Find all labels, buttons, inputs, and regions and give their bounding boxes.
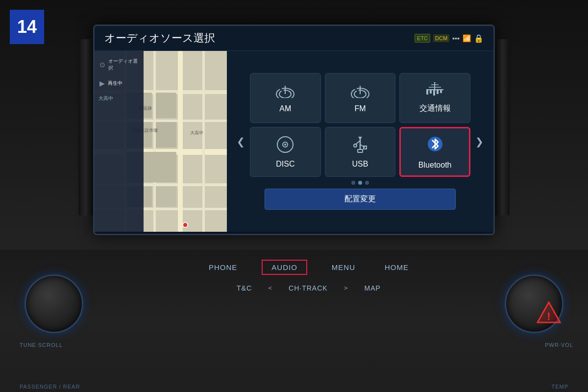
screen-content: 根笹跡 大高公設市場 大高中 ⊙ オーディオ選択 ▶ 再生中 大高中: [95, 51, 493, 232]
place-name: 大高中: [98, 95, 140, 102]
am-label: AM: [279, 104, 291, 113]
rearrange-button[interactable]: 配置変更: [265, 189, 456, 210]
physical-buttons-row: PHONE AUDIO MENU HOME: [29, 250, 588, 280]
next-track-button[interactable]: ＞: [343, 284, 350, 293]
phone-button[interactable]: PHONE: [204, 261, 242, 274]
source-btn-bluetooth[interactable]: Bluetooth: [399, 127, 470, 177]
sidebar-audio-select[interactable]: ⊙ オーディオ選択: [98, 56, 140, 74]
dot-2: [358, 181, 362, 185]
usb-label: USB: [352, 160, 368, 169]
status-icons: ETC DCM ▪▪▪ 📶 🔒: [415, 34, 484, 43]
svg-rect-13: [156, 122, 176, 147]
sidebar-playing: ▶ 再生中: [98, 77, 140, 89]
svg-text:!: !: [547, 310, 550, 322]
svg-point-43: [354, 144, 357, 147]
svg-point-17: [183, 222, 188, 227]
svg-rect-33: [430, 90, 432, 94]
signal-bars: 📶: [463, 34, 471, 42]
passenger-rear-label: PASSENGER / REAR: [20, 384, 80, 390]
traffic-label: 交通情報: [419, 103, 451, 114]
step-number: 14: [17, 17, 37, 37]
bottom-row-labels: PASSENGER / REAR TEMP: [0, 381, 588, 392]
pagination: [250, 181, 470, 185]
source-btn-disc[interactable]: DISC: [250, 127, 321, 177]
svg-rect-16: [156, 186, 176, 207]
source-btn-usb[interactable]: USB: [325, 127, 396, 177]
disc-label: DISC: [276, 160, 294, 169]
traffic-icon: [424, 82, 446, 100]
temp-right-label: TEMP: [551, 384, 568, 390]
left-sidebar: ⊙ オーディオ選択 ▶ 再生中 大高中: [95, 51, 144, 232]
audio-button[interactable]: AUDIO: [262, 260, 307, 275]
side-trim-right: [495, 39, 510, 216]
bluetooth-label: Bluetooth: [418, 161, 452, 170]
dcm-icon: DCM: [433, 34, 449, 42]
tc-button[interactable]: T&C: [237, 284, 252, 292]
left-knob[interactable]: [24, 274, 83, 333]
dot-1: [351, 181, 355, 185]
map-button[interactable]: MAP: [365, 284, 381, 292]
track-controls-row: T&C ＜ CH·TRACK ＞ MAP: [29, 280, 588, 296]
am-icon: [275, 83, 295, 101]
source-grid: AM FM: [250, 73, 470, 177]
menu-button[interactable]: MENU: [327, 261, 360, 274]
screen-bezel: オーディオソース選択 ETC DCM ▪▪▪ 📶 🔒: [93, 24, 495, 235]
prev-arrow[interactable]: ❮: [234, 136, 247, 147]
playing-icon: ▶: [99, 79, 105, 87]
svg-rect-11: [156, 93, 176, 118]
usb-icon: [353, 136, 368, 157]
battery-icon: 🔒: [474, 34, 484, 43]
svg-rect-9: [202, 51, 205, 232]
playing-label: 再生中: [108, 80, 122, 87]
signal-icon: ▪▪▪: [452, 34, 460, 42]
side-trim-left: [78, 39, 93, 216]
grid-container: AM FM: [250, 73, 470, 210]
svg-marker-45: [358, 137, 362, 140]
audio-select-icon: ⊙: [99, 61, 105, 69]
svg-point-39: [284, 144, 286, 146]
controls-panel: TUNE·SCROLL PWR·VOL ! PHONE AUDIO MENU H…: [0, 250, 588, 392]
fm-icon: [350, 83, 370, 101]
screen-header: オーディオソース選択 ETC DCM ▪▪▪ 📶 🔒: [95, 26, 493, 51]
left-knob-label: TUNE·SCROLL: [20, 342, 63, 348]
svg-rect-32: [426, 90, 428, 95]
prev-track-button[interactable]: ＜: [267, 284, 274, 293]
right-panel: ❮ AM: [227, 51, 493, 232]
screen-title: オーディオソース選択: [104, 31, 215, 46]
nav-container: ❮ AM: [234, 58, 486, 224]
svg-text:大高中: 大高中: [190, 130, 203, 135]
source-btn-am[interactable]: AM: [250, 73, 321, 123]
svg-rect-7: [153, 51, 156, 232]
fm-label: FM: [354, 104, 366, 113]
svg-rect-35: [437, 90, 439, 94]
ch-track-label: CH·TRACK: [289, 284, 328, 292]
disc-icon: [276, 136, 294, 157]
right-knob-label: PWR·VOL: [545, 342, 573, 348]
next-arrow[interactable]: ❯: [473, 136, 486, 147]
left-panel: 根笹跡 大高公設市場 大高中 ⊙ オーディオ選択 ▶ 再生中 大高中: [95, 51, 227, 232]
svg-rect-8: [178, 51, 183, 232]
source-btn-fm[interactable]: FM: [325, 73, 396, 123]
warning-triangle[interactable]: !: [537, 301, 561, 323]
svg-rect-46: [358, 149, 363, 152]
step-badge: 14: [10, 10, 44, 44]
source-btn-traffic[interactable]: 交通情報: [399, 73, 470, 123]
etc-icon: ETC: [415, 34, 430, 43]
bluetooth-icon: [427, 134, 443, 158]
audio-select-label: オーディオ選択: [108, 58, 139, 72]
svg-rect-34: [433, 90, 435, 96]
dot-3: [365, 181, 369, 185]
home-button[interactable]: HOME: [380, 261, 414, 274]
svg-rect-36: [440, 90, 442, 93]
